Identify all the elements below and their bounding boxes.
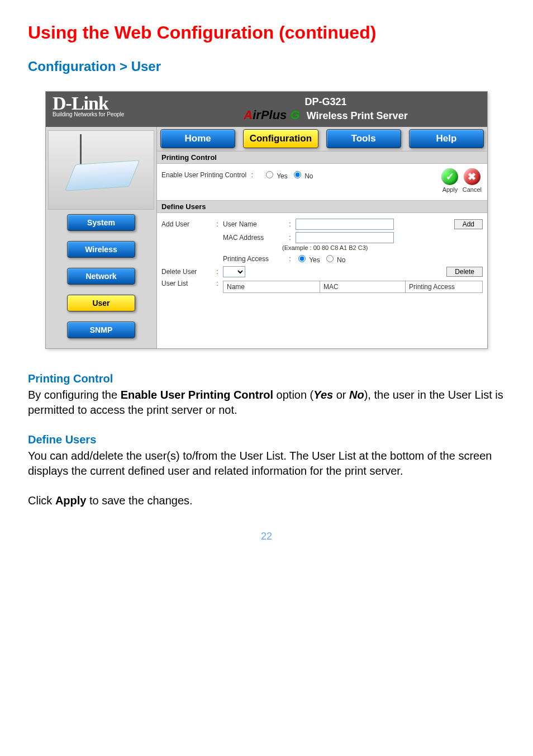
enable-printing-yes[interactable]: Yes (263, 169, 288, 180)
dlink-logo: D-Link Building Networks for People (46, 93, 164, 117)
cancel-button[interactable]: ✖ Cancel (463, 168, 482, 193)
col-access: Printing Access (406, 281, 483, 293)
enable-printing-no[interactable]: No (291, 169, 313, 180)
doc-printing-control-text: By configuring the Enable User Printing … (28, 388, 505, 418)
printing-access-label: Printing Access (223, 255, 284, 263)
tab-help[interactable]: Help (409, 129, 484, 148)
apply-button[interactable]: ✓ Apply (441, 168, 458, 193)
tab-home[interactable]: Home (160, 129, 235, 148)
doc-define-users-heading: Define Users (28, 432, 505, 447)
model-label: DP-G321 (164, 96, 487, 108)
tab-tools[interactable]: Tools (326, 129, 401, 148)
config-screenshot: D-Link Building Networks for People DP-G… (45, 91, 488, 349)
add-button[interactable]: Add (454, 219, 483, 229)
col-name: Name (223, 281, 320, 293)
doc-define-users-text: You can add/delete the user(s) to/from t… (28, 448, 505, 479)
printing-access-no[interactable]: No (323, 253, 346, 264)
x-icon: ✖ (464, 168, 480, 185)
airplus-logo: AirPlus G (244, 108, 303, 122)
delete-user-select[interactable] (223, 266, 245, 277)
printing-access-yes[interactable]: Yes (296, 253, 320, 264)
tab-configuration[interactable]: Configuration (243, 129, 318, 148)
sidebar-item-system[interactable]: System (67, 214, 135, 231)
delete-button[interactable]: Delete (446, 267, 483, 277)
sidebar-item-user[interactable]: User (67, 295, 135, 311)
user-name-label: User Name (223, 220, 284, 228)
delete-user-label: Delete User (161, 268, 212, 276)
page-number: 22 (28, 531, 505, 542)
mac-address-label: MAC Address (223, 234, 284, 242)
section-define-users: Define Users (157, 200, 487, 213)
enable-printing-control-label: Enable User Printing Control (161, 171, 246, 179)
sidebar-item-network[interactable]: Network (67, 268, 135, 285)
add-user-label: Add User (161, 220, 212, 228)
doc-printing-control-heading: Printing Control (28, 371, 505, 386)
page-title: Using the Web Configuration (continued) (28, 22, 505, 43)
check-icon: ✓ (441, 168, 458, 185)
doc-apply-text: Click Apply to save the changes. (28, 493, 505, 508)
mac-example-label: (Example : 00 80 C8 A1 B2 C3) (282, 244, 483, 251)
section-printing-control: Printing Control (157, 151, 487, 164)
sidebar-item-wireless[interactable]: Wireless (67, 241, 135, 258)
user-list-label: User List (161, 280, 212, 287)
breadcrumb: Configuration > User (28, 59, 505, 74)
sidebar-item-snmp[interactable]: SNMP (67, 322, 135, 338)
user-list-table: Name MAC Printing Access (223, 281, 483, 293)
device-image (48, 130, 154, 210)
wireless-print-server-label: Wireless Print Server (307, 110, 408, 121)
mac-address-input[interactable] (296, 232, 394, 243)
col-mac: MAC (320, 281, 406, 293)
user-name-input[interactable] (296, 219, 394, 230)
